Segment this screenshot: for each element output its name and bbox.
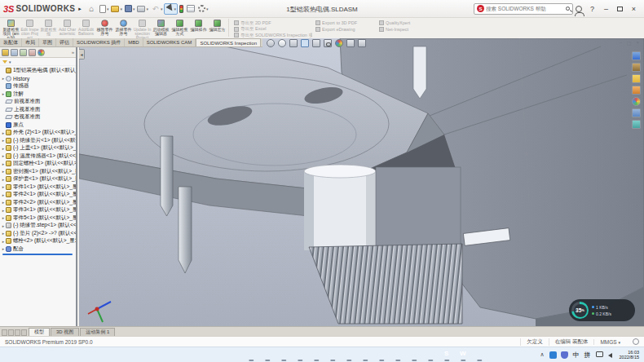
ribbon-tab[interactable]: SOLIDWORKS 插件: [73, 38, 125, 46]
appearances-tab-icon[interactable]: [632, 97, 641, 106]
file-explorer-icon[interactable]: [311, 349, 321, 361]
red-app-icon[interactable]: [474, 349, 484, 361]
dimxpertmanager-tab-icon[interactable]: [29, 49, 36, 56]
start-icon[interactable]: [245, 349, 256, 361]
ribbon-button[interactable]: Add/Edit Balloons: [77, 19, 95, 38]
ribbon-button[interactable]: 编辑宏方: [208, 19, 227, 38]
ribbon-tab[interactable]: SOLIDWORKS CAM: [143, 38, 196, 46]
dropdown-caret-icon[interactable]: ▾: [133, 7, 135, 11]
tab-scroll-first-button[interactable]: [2, 329, 7, 336]
ime-pinyin-indicator[interactable]: 拼: [584, 351, 591, 360]
print-icon[interactable]: ▾: [136, 5, 149, 13]
onedrive-icon[interactable]: [359, 349, 370, 361]
volume-icon[interactable]: [607, 351, 615, 359]
export-button[interactable]: 导出至 2D PDF: [234, 20, 312, 26]
tree-item[interactable]: ▸ 保护套<1> (默认<<默认>_显示状态: [1, 175, 76, 183]
security-shield-icon[interactable]: [561, 351, 568, 359]
new-file-icon[interactable]: ▾: [99, 4, 110, 14]
filter-caret-icon[interactable]: ▾: [9, 60, 11, 64]
tree-item[interactable]: ▸ 固定螺栓<1> (默认<<默认>_显示状: [1, 160, 76, 168]
tree-item[interactable]: 1型铠装热电偶 (默认<默认_显示状态-1: [1, 67, 76, 75]
search-icon[interactable]: [566, 7, 570, 11]
help-button[interactable]: ?: [585, 2, 599, 15]
export-button[interactable]: QualityXpert: [379, 20, 428, 26]
monitor-app-icon[interactable]: [425, 349, 435, 361]
open-file-icon[interactable]: ▾: [110, 5, 123, 13]
export-button[interactable]: Net-Inspect: [379, 27, 428, 33]
search-input[interactable]: [486, 6, 564, 11]
tree-item[interactable]: ▸ 零件3<1> (默认<<默认>_显示状态: [1, 206, 76, 214]
dropdown-caret-icon[interactable]: ▾: [146, 7, 148, 11]
ribbon-button[interactable]: Update Inspection Project: [133, 19, 152, 38]
view-settings-icon[interactable]: [358, 39, 366, 47]
rollback-bar[interactable]: [2, 254, 73, 255]
edge-icon[interactable]: [294, 349, 305, 361]
tab-scroll-prev-button[interactable]: [8, 329, 14, 336]
ribbon-button[interactable]: Add Characteristic: [58, 19, 77, 38]
chrome-icon[interactable]: [408, 349, 419, 361]
graphics-area[interactable]: – ▢ × ◂ 35% 1 KB/s 0.2 KB/: [79, 38, 644, 326]
ribbon-tab[interactable]: 评估: [56, 38, 73, 46]
tree-item[interactable]: ▸ (-) 绝缘垫片<1> (默认<<默认>_显: [1, 137, 76, 145]
ribbon-tab[interactable]: 装配体: [0, 38, 22, 46]
minimize-button[interactable]: –: [599, 2, 613, 15]
document-tab[interactable]: 模型: [29, 328, 50, 336]
status-options-icon[interactable]: [633, 338, 639, 345]
undo-icon[interactable]: ↶ ▾: [150, 3, 164, 14]
ribbon-button[interactable]: 移除零件序号: [95, 19, 114, 38]
panel-tabs-overflow-icon[interactable]: »: [72, 50, 74, 55]
tree-item[interactable]: ▸ History: [1, 75, 76, 83]
section-view-icon[interactable]: [289, 39, 298, 47]
dropdown-caret-icon[interactable]: ▾: [120, 7, 122, 11]
store-icon[interactable]: [343, 349, 354, 361]
apply-scene-icon[interactable]: [346, 39, 355, 47]
forum-tab-icon[interactable]: [632, 120, 641, 129]
tree-item[interactable]: 前视基准面: [1, 98, 76, 106]
ribbon-button[interactable]: 新建检查报: [39, 19, 58, 38]
taskbar-clock[interactable]: 16:03 2022/8/15: [620, 350, 639, 360]
search-icon[interactable]: [262, 349, 272, 361]
document-tab[interactable]: 运动算例 1: [80, 328, 115, 336]
tree-item[interactable]: ▸ 注解: [1, 90, 76, 99]
pinwheel-icon[interactable]: [392, 349, 403, 361]
menu-flyout-icon[interactable]: ▸: [78, 6, 82, 12]
ribbon-tab[interactable]: MBD: [125, 38, 143, 46]
ribbon-button[interactable]: 选择零件序号: [114, 19, 133, 38]
propertymanager-tab-icon[interactable]: [11, 49, 18, 56]
task-view-icon[interactable]: [278, 349, 289, 361]
recorder-overlay[interactable]: 35% 1 KB/s 0.2 KB/s: [569, 299, 635, 321]
tree-item[interactable]: ▸ (-) 上盖<1> (默认<<默认>_显示状: [1, 144, 76, 152]
ribbon-button[interactable]: Edit Inspection Project: [20, 19, 39, 38]
tray-overflow-icon[interactable]: ∧: [540, 351, 544, 358]
doc-restore-icon[interactable]: ▢: [627, 40, 632, 46]
configurationmanager-tab-icon[interactable]: [20, 49, 27, 56]
tree-item[interactable]: 原点: [1, 121, 76, 130]
panel-collapse-arrow[interactable]: ◂: [79, 49, 85, 60]
green-s-app-icon[interactable]: S: [441, 349, 452, 361]
dropdown-caret-icon[interactable]: ▾: [161, 7, 163, 11]
options-gear-icon[interactable]: ▾: [197, 4, 210, 13]
export-button[interactable]: 导出至 Excel: [234, 27, 312, 33]
edit-appearance-icon[interactable]: [335, 39, 343, 47]
tree-item[interactable]: ▸ 配合: [1, 245, 76, 254]
login-user-icon[interactable]: [576, 6, 582, 12]
ime-language-indicator[interactable]: 中: [573, 351, 580, 360]
export-button[interactable]: 导出至 SOLIDWORKS Inspection 项目: [234, 33, 312, 38]
tab-scroll-next-button[interactable]: [15, 329, 20, 336]
design-library-tab-icon[interactable]: [632, 63, 641, 72]
pc-manager-icon[interactable]: [549, 351, 557, 359]
help-search-box[interactable]: S: [474, 3, 573, 15]
save-icon[interactable]: ▾: [124, 4, 136, 13]
tree-item[interactable]: ▸ (-) 绝缘管.step<1> (默认<<默认: [1, 222, 76, 230]
export-button[interactable]: Export to 3D PDF: [315, 20, 376, 26]
tree-item[interactable]: ▸ 密封圈<1> (默认<<默认>_显示状态: [1, 168, 76, 176]
file-explorer-tab-icon[interactable]: [632, 74, 641, 83]
featuremanager-tab-icon[interactable]: [2, 49, 9, 56]
document-tab[interactable]: 3D 视图: [51, 328, 79, 336]
doc-close-icon[interactable]: ×: [636, 40, 639, 46]
custom-properties-tab-icon[interactable]: [632, 108, 641, 117]
ribbon-tab[interactable]: 布局: [22, 38, 39, 46]
cast-icon[interactable]: [596, 351, 603, 357]
ribbon-tab[interactable]: 草图: [39, 38, 56, 46]
tree-item[interactable]: 传感器: [1, 82, 76, 90]
